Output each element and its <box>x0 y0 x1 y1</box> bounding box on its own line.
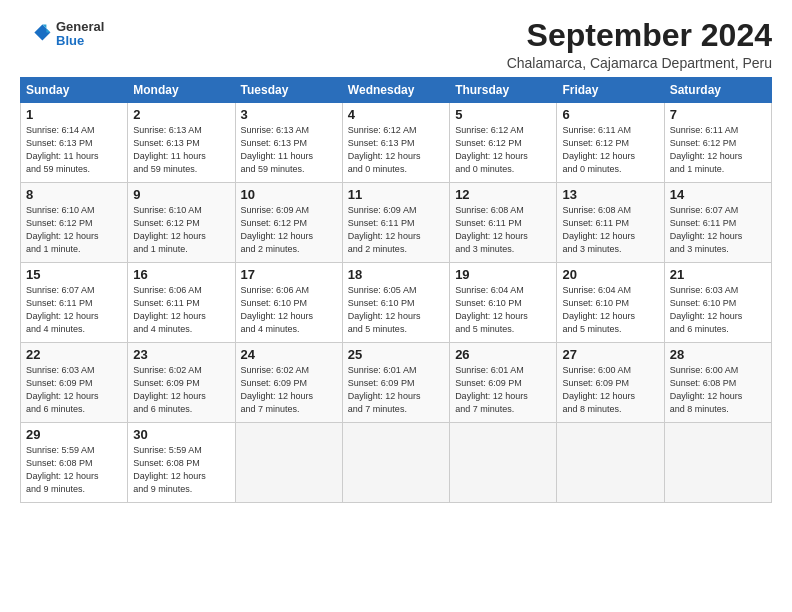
day-info: Sunrise: 6:01 AM Sunset: 6:09 PM Dayligh… <box>348 364 444 416</box>
day-info: Sunrise: 6:06 AM Sunset: 6:11 PM Dayligh… <box>133 284 229 336</box>
col-monday: Monday <box>128 78 235 103</box>
calendar-header-row: Sunday Monday Tuesday Wednesday Thursday… <box>21 78 772 103</box>
calendar-cell <box>664 423 771 503</box>
day-info: Sunrise: 6:09 AM Sunset: 6:12 PM Dayligh… <box>241 204 337 256</box>
logo-icon <box>20 18 52 50</box>
calendar-cell: 3Sunrise: 6:13 AM Sunset: 6:13 PM Daylig… <box>235 103 342 183</box>
day-info: Sunrise: 6:08 AM Sunset: 6:11 PM Dayligh… <box>455 204 551 256</box>
day-info: Sunrise: 6:02 AM Sunset: 6:09 PM Dayligh… <box>133 364 229 416</box>
day-info: Sunrise: 6:00 AM Sunset: 6:09 PM Dayligh… <box>562 364 658 416</box>
calendar-cell: 25Sunrise: 6:01 AM Sunset: 6:09 PM Dayli… <box>342 343 449 423</box>
logo: General Blue <box>20 18 104 50</box>
col-thursday: Thursday <box>450 78 557 103</box>
col-friday: Friday <box>557 78 664 103</box>
calendar-cell: 24Sunrise: 6:02 AM Sunset: 6:09 PM Dayli… <box>235 343 342 423</box>
calendar-cell: 12Sunrise: 6:08 AM Sunset: 6:11 PM Dayli… <box>450 183 557 263</box>
calendar-cell: 22Sunrise: 6:03 AM Sunset: 6:09 PM Dayli… <box>21 343 128 423</box>
day-number: 13 <box>562 187 658 202</box>
day-number: 25 <box>348 347 444 362</box>
title-block: September 2024 Chalamarca, Cajamarca Dep… <box>507 18 772 71</box>
calendar-cell: 26Sunrise: 6:01 AM Sunset: 6:09 PM Dayli… <box>450 343 557 423</box>
day-info: Sunrise: 6:00 AM Sunset: 6:08 PM Dayligh… <box>670 364 766 416</box>
day-number: 10 <box>241 187 337 202</box>
calendar-cell <box>450 423 557 503</box>
calendar-cell: 1Sunrise: 6:14 AM Sunset: 6:13 PM Daylig… <box>21 103 128 183</box>
day-info: Sunrise: 6:14 AM Sunset: 6:13 PM Dayligh… <box>26 124 122 176</box>
page: General Blue September 2024 Chalamarca, … <box>0 0 792 612</box>
calendar-cell <box>342 423 449 503</box>
calendar-cell: 4Sunrise: 6:12 AM Sunset: 6:13 PM Daylig… <box>342 103 449 183</box>
calendar-cell: 17Sunrise: 6:06 AM Sunset: 6:10 PM Dayli… <box>235 263 342 343</box>
day-info: Sunrise: 5:59 AM Sunset: 6:08 PM Dayligh… <box>26 444 122 496</box>
day-number: 6 <box>562 107 658 122</box>
calendar-cell: 11Sunrise: 6:09 AM Sunset: 6:11 PM Dayli… <box>342 183 449 263</box>
day-number: 1 <box>26 107 122 122</box>
calendar-cell <box>557 423 664 503</box>
calendar-cell: 15Sunrise: 6:07 AM Sunset: 6:11 PM Dayli… <box>21 263 128 343</box>
day-info: Sunrise: 6:07 AM Sunset: 6:11 PM Dayligh… <box>670 204 766 256</box>
calendar-cell: 9Sunrise: 6:10 AM Sunset: 6:12 PM Daylig… <box>128 183 235 263</box>
calendar-cell: 21Sunrise: 6:03 AM Sunset: 6:10 PM Dayli… <box>664 263 771 343</box>
calendar-cell: 5Sunrise: 6:12 AM Sunset: 6:12 PM Daylig… <box>450 103 557 183</box>
day-info: Sunrise: 5:59 AM Sunset: 6:08 PM Dayligh… <box>133 444 229 496</box>
calendar-cell: 30Sunrise: 5:59 AM Sunset: 6:08 PM Dayli… <box>128 423 235 503</box>
calendar-week-1: 1Sunrise: 6:14 AM Sunset: 6:13 PM Daylig… <box>21 103 772 183</box>
calendar-cell: 10Sunrise: 6:09 AM Sunset: 6:12 PM Dayli… <box>235 183 342 263</box>
day-info: Sunrise: 6:13 AM Sunset: 6:13 PM Dayligh… <box>133 124 229 176</box>
header: General Blue September 2024 Chalamarca, … <box>20 18 772 71</box>
calendar-cell: 19Sunrise: 6:04 AM Sunset: 6:10 PM Dayli… <box>450 263 557 343</box>
calendar-cell: 20Sunrise: 6:04 AM Sunset: 6:10 PM Dayli… <box>557 263 664 343</box>
calendar-cell: 8Sunrise: 6:10 AM Sunset: 6:12 PM Daylig… <box>21 183 128 263</box>
day-info: Sunrise: 6:07 AM Sunset: 6:11 PM Dayligh… <box>26 284 122 336</box>
day-number: 3 <box>241 107 337 122</box>
calendar-cell: 6Sunrise: 6:11 AM Sunset: 6:12 PM Daylig… <box>557 103 664 183</box>
day-number: 5 <box>455 107 551 122</box>
day-number: 30 <box>133 427 229 442</box>
day-info: Sunrise: 6:13 AM Sunset: 6:13 PM Dayligh… <box>241 124 337 176</box>
logo-text: General Blue <box>56 20 104 49</box>
day-number: 23 <box>133 347 229 362</box>
day-number: 18 <box>348 267 444 282</box>
day-number: 19 <box>455 267 551 282</box>
calendar-cell: 28Sunrise: 6:00 AM Sunset: 6:08 PM Dayli… <box>664 343 771 423</box>
day-number: 28 <box>670 347 766 362</box>
day-info: Sunrise: 6:08 AM Sunset: 6:11 PM Dayligh… <box>562 204 658 256</box>
day-number: 11 <box>348 187 444 202</box>
col-saturday: Saturday <box>664 78 771 103</box>
col-tuesday: Tuesday <box>235 78 342 103</box>
day-info: Sunrise: 6:05 AM Sunset: 6:10 PM Dayligh… <box>348 284 444 336</box>
calendar-week-3: 15Sunrise: 6:07 AM Sunset: 6:11 PM Dayli… <box>21 263 772 343</box>
col-sunday: Sunday <box>21 78 128 103</box>
day-info: Sunrise: 6:09 AM Sunset: 6:11 PM Dayligh… <box>348 204 444 256</box>
svg-marker-0 <box>34 24 50 40</box>
day-number: 29 <box>26 427 122 442</box>
day-number: 27 <box>562 347 658 362</box>
day-number: 20 <box>562 267 658 282</box>
logo-general-text: General <box>56 20 104 34</box>
calendar-cell: 14Sunrise: 6:07 AM Sunset: 6:11 PM Dayli… <box>664 183 771 263</box>
day-info: Sunrise: 6:04 AM Sunset: 6:10 PM Dayligh… <box>455 284 551 336</box>
day-number: 7 <box>670 107 766 122</box>
logo-blue-text: Blue <box>56 34 104 48</box>
calendar-cell: 23Sunrise: 6:02 AM Sunset: 6:09 PM Dayli… <box>128 343 235 423</box>
day-info: Sunrise: 6:11 AM Sunset: 6:12 PM Dayligh… <box>670 124 766 176</box>
calendar-cell: 13Sunrise: 6:08 AM Sunset: 6:11 PM Dayli… <box>557 183 664 263</box>
calendar-cell: 2Sunrise: 6:13 AM Sunset: 6:13 PM Daylig… <box>128 103 235 183</box>
day-number: 17 <box>241 267 337 282</box>
day-info: Sunrise: 6:02 AM Sunset: 6:09 PM Dayligh… <box>241 364 337 416</box>
location-subtitle: Chalamarca, Cajamarca Department, Peru <box>507 55 772 71</box>
day-number: 12 <box>455 187 551 202</box>
day-info: Sunrise: 6:10 AM Sunset: 6:12 PM Dayligh… <box>26 204 122 256</box>
calendar-week-5: 29Sunrise: 5:59 AM Sunset: 6:08 PM Dayli… <box>21 423 772 503</box>
day-info: Sunrise: 6:03 AM Sunset: 6:09 PM Dayligh… <box>26 364 122 416</box>
month-title: September 2024 <box>507 18 772 53</box>
calendar-cell <box>235 423 342 503</box>
calendar-table: Sunday Monday Tuesday Wednesday Thursday… <box>20 77 772 503</box>
calendar-week-4: 22Sunrise: 6:03 AM Sunset: 6:09 PM Dayli… <box>21 343 772 423</box>
day-info: Sunrise: 6:11 AM Sunset: 6:12 PM Dayligh… <box>562 124 658 176</box>
day-info: Sunrise: 6:12 AM Sunset: 6:12 PM Dayligh… <box>455 124 551 176</box>
day-info: Sunrise: 6:06 AM Sunset: 6:10 PM Dayligh… <box>241 284 337 336</box>
day-number: 16 <box>133 267 229 282</box>
day-info: Sunrise: 6:04 AM Sunset: 6:10 PM Dayligh… <box>562 284 658 336</box>
day-number: 9 <box>133 187 229 202</box>
